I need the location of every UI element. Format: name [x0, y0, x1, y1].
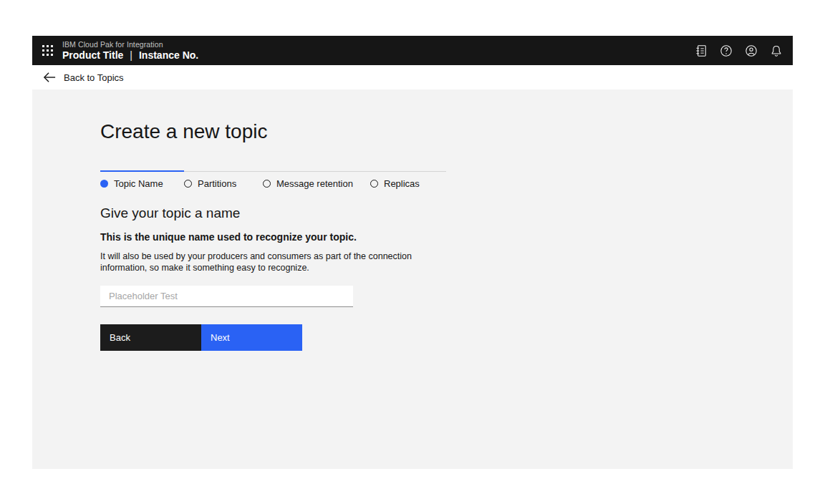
create-topic-card: Create a new topic Topic Name Partitions — [32, 89, 793, 469]
step-label: Replicas — [384, 178, 420, 189]
header-title-block: IBM Cloud Pak for Integration Product Ti… — [62, 41, 198, 61]
progress-current-bar — [100, 170, 184, 172]
step-current-icon — [100, 180, 108, 188]
title-separator: | — [130, 50, 132, 60]
help-icon[interactable] — [718, 43, 733, 58]
header-actions — [693, 43, 793, 58]
sub-header: Back to Topics — [32, 65, 793, 89]
notifications-icon[interactable] — [768, 43, 783, 58]
step-incomplete-icon — [184, 180, 192, 188]
catalog-icon[interactable] — [693, 43, 708, 58]
back-link-label: Back to Topics — [64, 72, 124, 83]
step-label: Message retention — [276, 178, 353, 189]
step-label: Topic Name — [114, 178, 163, 189]
progress-step-topic-name[interactable]: Topic Name — [100, 178, 184, 189]
step-description: It will also be used by your producers a… — [100, 251, 764, 273]
progress-indicator: Topic Name Partitions Message retention … — [100, 170, 446, 189]
step-incomplete-icon — [370, 180, 378, 188]
user-avatar-icon[interactable] — [743, 43, 758, 58]
wizard-footer: Back Next — [100, 324, 764, 351]
progress-step-message-retention[interactable]: Message retention — [263, 178, 370, 189]
step-label: Partitions — [198, 178, 236, 189]
header-eyebrow: IBM Cloud Pak for Integration — [62, 41, 198, 49]
topic-name-input[interactable] — [100, 286, 353, 307]
progress-track — [184, 171, 446, 172]
instance-number: Instance No. — [139, 50, 198, 60]
progress-step-replicas[interactable]: Replicas — [370, 178, 446, 189]
step-subheading: This is the unique name used to recogniz… — [100, 231, 764, 243]
next-button[interactable]: Next — [201, 324, 302, 351]
back-to-topics-link[interactable]: Back to Topics — [32, 72, 124, 83]
step-incomplete-icon — [263, 180, 271, 188]
step-heading: Give your topic a name — [100, 205, 764, 221]
product-title: Product Title — [62, 50, 123, 60]
page: IBM Cloud Pak for Integration Product Ti… — [0, 0, 825, 504]
top-header: IBM Cloud Pak for Integration Product Ti… — [32, 36, 793, 65]
page-title: Create a new topic — [100, 89, 764, 145]
app-frame: IBM Cloud Pak for Integration Product Ti… — [32, 36, 793, 469]
back-arrow-icon — [43, 72, 57, 83]
back-button[interactable]: Back — [100, 324, 201, 351]
progress-step-partitions[interactable]: Partitions — [184, 178, 263, 189]
app-switcher-icon[interactable] — [42, 45, 53, 56]
